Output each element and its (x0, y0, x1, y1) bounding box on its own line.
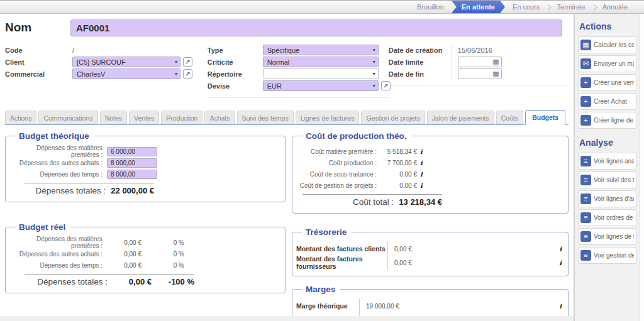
date-fin-field: ▦ (458, 68, 502, 79)
row-percent: 0 % (142, 239, 184, 246)
button-label: Créer une vente (594, 79, 634, 86)
plus-icon: + (580, 96, 591, 107)
button-label: Voir gestion de projets (594, 252, 634, 259)
devise-value: EUR (267, 82, 371, 90)
budget-reel-panel: Budget réel Dépenses des matières premiè… (5, 222, 286, 293)
voir-suivi-des-temps-button[interactable]: ≡ Voir suivi des temps (578, 171, 636, 188)
tab-budgets[interactable]: Budgets (525, 110, 565, 125)
analyse-heading: Analyse (579, 138, 636, 148)
budget-theorique-panel: Budget théorique Dépenses des matières p… (5, 131, 286, 202)
row-value: 0,00 € (377, 182, 417, 189)
row-value: 0,00 € (103, 251, 142, 258)
creer-ligne-de-temps-button[interactable]: + Créer ligne de temps (578, 112, 636, 129)
row-label: Marge théorique (296, 302, 359, 310)
calculator-icon: ▦ (580, 40, 591, 50)
tab-production[interactable]: Production (161, 111, 203, 124)
status-en-cours[interactable]: En cours (505, 1, 547, 13)
info-icon: i (420, 182, 423, 189)
type-value: Spécifique (267, 46, 371, 54)
status-brouillon[interactable]: Brouillon (409, 1, 452, 13)
name-input[interactable] (70, 19, 562, 36)
repertoire-label: Répertoire (208, 70, 263, 78)
total-percent: -100 % (152, 277, 194, 286)
tresorerie-title: Trésorerie (303, 227, 352, 237)
status-terminee[interactable]: Terminée (549, 1, 592, 13)
autres-achats-input[interactable] (107, 158, 157, 168)
tab-jalon-de-paiements[interactable]: Jalon de paiements (427, 111, 494, 124)
temps-input[interactable] (107, 170, 157, 179)
voir-gestion-de-projets-button[interactable]: ≡ Voir gestion de projets (578, 247, 636, 264)
budget-reel-row: Dépenses des autres achats : 0,00 € 0 % (9, 248, 281, 259)
budget-theorique-row: Dépenses des temps : (9, 168, 281, 180)
field-group-dates: Date de création 15/06/2016 Date limite … (389, 44, 569, 85)
date-limite-input[interactable] (460, 58, 493, 65)
tab-suivi-des-temps[interactable]: Suivi des temps (237, 111, 294, 124)
row-percent: 0 % (142, 251, 184, 258)
budgets-tab-content: Budget théorique Dépenses des matières p… (5, 125, 569, 316)
creer-achat-button[interactable]: + Créer Achat (578, 93, 636, 110)
envoyer-un-mail-button[interactable]: ✉ Envoyer un mail (578, 55, 636, 72)
row-label: Montant des factures fournisseurs (296, 255, 387, 270)
chevron-down-icon: ▾ (373, 47, 375, 53)
list-icon: ≡ (580, 193, 591, 204)
total-value: 13 218,34 € (399, 197, 442, 207)
voir-lignes-achats-button[interactable]: ≡ Voir lignes d'achats (578, 190, 636, 207)
form-sheet: Nom Code / Client [C5] SURCOUF ▾ (0, 14, 574, 316)
calculer-les-couts-button[interactable]: ▦ Calculer les coûts (578, 36, 636, 53)
tab-communications[interactable]: Communications (38, 111, 97, 124)
field-group-left: Code / Client [C5] SURCOUF ▾ ↗ Commercia… (5, 44, 208, 104)
tab-achats[interactable]: Achats (204, 111, 235, 124)
button-label: Créer Achat (594, 98, 627, 105)
voir-lignes-analytiques-button[interactable]: ≡ Voir lignes analytiques (578, 153, 636, 170)
button-label: Créer ligne de temps (594, 117, 634, 124)
notebook-tabs: Actions Communications Notes Ventes Prod… (5, 110, 569, 125)
tab-ventes[interactable]: Ventes (129, 111, 159, 124)
calendar-icon[interactable]: ▦ (492, 70, 499, 78)
devise-label: Devise (208, 82, 263, 90)
calendar-icon[interactable]: ▦ (492, 58, 499, 66)
row-value: 5 518,34 € (377, 148, 417, 155)
tab-actions[interactable]: Actions (5, 111, 36, 124)
page-background (0, 316, 574, 321)
external-link-icon[interactable]: ↗ (183, 57, 192, 67)
type-select[interactable]: Spécifique ▾ (263, 45, 379, 55)
chevron-down-icon: ▾ (175, 71, 177, 77)
type-label: Type (208, 46, 263, 54)
client-select[interactable]: [C5] SURCOUF ▾ (72, 57, 180, 67)
total-label: Dépenses totales : (25, 277, 108, 286)
tab-notes[interactable]: Notes (100, 111, 127, 124)
external-link-icon[interactable]: ↗ (183, 69, 192, 79)
matieres-premieres-input[interactable] (107, 147, 157, 156)
voir-lignes-de-factures-button[interactable]: ≡ Voir lignes de factures (578, 228, 636, 245)
date-creation-label: Date de création (389, 46, 452, 54)
cout-row: Coût de gestion de projets : 0,00 € i (296, 180, 564, 191)
cout-total: Coût total : 13 218,34 € (303, 194, 442, 207)
status-en-attente[interactable]: En attente (452, 1, 505, 13)
tresorerie-row: Montant des factures fournisseurs 0,00 €… (296, 256, 564, 269)
row-label: Coût production : (296, 160, 377, 166)
row-percent: 0 % (142, 262, 184, 269)
date-fin-input[interactable] (460, 70, 493, 77)
commercial-select[interactable]: CharlesV ▾ (72, 68, 180, 79)
scrollbar[interactable] (640, 14, 644, 321)
info-icon: i (559, 246, 562, 253)
button-label: Calculer les coûts (594, 41, 634, 48)
row-label: Dépenses des temps : (9, 262, 103, 269)
devise-select[interactable]: EUR ▾ (263, 80, 379, 91)
total-value: 22 000,00 € (111, 186, 154, 195)
tab-couts[interactable]: Coûts (496, 111, 523, 124)
repertoire-select[interactable]: ▾ (263, 68, 379, 79)
tab-gestion-de-projets[interactable]: Gestion de projets (361, 111, 425, 124)
field-grid: Code / Client [C5] SURCOUF ▾ ↗ Commercia… (5, 41, 569, 104)
tab-lignes-de-factures[interactable]: Lignes de factures (296, 111, 360, 124)
name-field-label: Nom (5, 19, 70, 35)
creer-une-vente-button[interactable]: + Créer une vente (578, 74, 636, 91)
criticite-select[interactable]: Normal ▾ (263, 57, 379, 67)
button-label: Voir lignes de factures (594, 233, 634, 240)
list-icon: ≡ (580, 250, 591, 261)
status-annulee[interactable]: Annulée (595, 1, 635, 13)
voir-ordres-de-travails-button[interactable]: ≡ Voir ordres de travails (578, 209, 636, 226)
criticite-label: Criticité (208, 58, 263, 66)
total-label: Dépenses totales : (25, 186, 106, 195)
date-creation-value: 15/06/2016 (458, 46, 492, 54)
